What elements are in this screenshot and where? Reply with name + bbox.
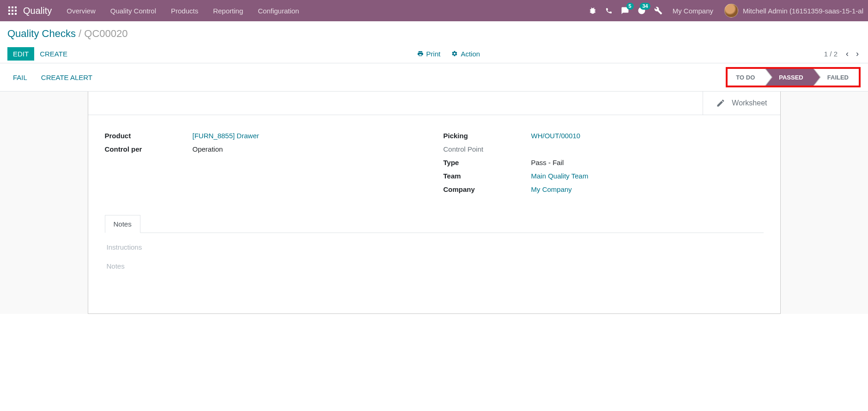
nav: Overview Quality Control Products Report…	[59, 0, 306, 21]
svg-rect-6	[8, 13, 10, 15]
product-label: Product	[105, 132, 193, 140]
user-menu[interactable]: Mitchell Admin (16151359-saas-15-1-al	[720, 4, 863, 18]
statusbar-highlighted: TO DO PASSED FAILED	[726, 67, 861, 87]
company-field-value[interactable]: My Company	[531, 185, 764, 193]
avatar	[724, 4, 738, 18]
create-alert-button[interactable]: Create Alert	[36, 71, 98, 84]
control-point-value	[531, 145, 764, 153]
svg-rect-3	[8, 10, 10, 12]
user-name: Mitchell Admin (16151359-saas-15-1-al	[743, 7, 863, 15]
worksheet-label: Worksheet	[732, 99, 767, 107]
control-panel: Quality Checks / QC00020 Edit Create Pri…	[0, 21, 868, 63]
app-brand[interactable]: Quality	[20, 6, 59, 16]
action-dropdown[interactable]: Action	[451, 50, 480, 58]
phone-icon[interactable]	[605, 7, 613, 14]
picking-label: Picking	[443, 132, 531, 140]
tab-notes[interactable]: Notes	[105, 215, 140, 233]
create-button[interactable]: Create	[34, 47, 73, 61]
edit-button[interactable]: Edit	[7, 47, 34, 61]
control-point-label: Control Point	[443, 145, 531, 153]
instructions-placeholder: Instructions	[107, 243, 762, 251]
print-dropdown[interactable]: Print	[417, 50, 441, 58]
svg-rect-7	[12, 13, 13, 15]
messages-icon[interactable]: 5	[621, 6, 629, 15]
notes-placeholder: Notes	[107, 262, 762, 270]
control-per-label: Control per	[105, 145, 193, 153]
messages-badge: 5	[626, 3, 634, 10]
topbar: Quality Overview Quality Control Product…	[0, 0, 868, 21]
pager[interactable]: 1 / 2	[824, 50, 838, 58]
fail-button[interactable]: Fail	[7, 71, 33, 84]
product-value[interactable]: [FURN_8855] Drawer	[193, 132, 425, 140]
pencil-icon	[716, 98, 725, 108]
button-box: Worksheet	[88, 91, 780, 115]
nav-reporting[interactable]: Reporting	[206, 0, 250, 21]
statusbar: TO DO PASSED FAILED	[728, 69, 859, 86]
systray: 5 34	[589, 6, 666, 15]
tab-notes-content: Instructions Notes	[105, 233, 764, 309]
status-todo[interactable]: TO DO	[728, 69, 765, 86]
svg-rect-4	[12, 10, 13, 12]
breadcrumb: Quality Checks / QC00020	[7, 28, 861, 40]
tools-icon[interactable]	[654, 6, 662, 15]
apps-icon[interactable]	[5, 6, 20, 15]
breadcrumb-sep: /	[79, 28, 84, 39]
team-value[interactable]: Main Quality Team	[531, 172, 764, 180]
team-label: Team	[443, 172, 531, 180]
status-row: Fail Create Alert TO DO PASSED FAILED	[0, 63, 868, 92]
nav-overview[interactable]: Overview	[59, 0, 103, 21]
type-value: Pass - Fail	[531, 159, 764, 166]
pager-next-icon[interactable]: ›	[854, 47, 861, 61]
form-sheet: Worksheet Product [FURN_8855] Drawer Con…	[88, 91, 781, 314]
print-label: Print	[426, 50, 441, 58]
pager-prev-icon[interactable]: ‹	[844, 47, 850, 61]
debug-icon[interactable]	[589, 6, 597, 15]
worksheet-button[interactable]: Worksheet	[703, 91, 780, 115]
svg-rect-0	[8, 6, 10, 8]
svg-rect-8	[15, 13, 17, 15]
nav-products[interactable]: Products	[164, 0, 206, 21]
nav-configuration[interactable]: Configuration	[250, 0, 306, 21]
type-label: Type	[443, 159, 531, 166]
activities-badge: 34	[640, 3, 650, 10]
svg-rect-1	[12, 6, 13, 8]
picking-value[interactable]: WH/OUT/00010	[531, 132, 764, 140]
breadcrumb-current: QC00020	[84, 28, 127, 39]
activities-icon[interactable]: 34	[637, 6, 646, 15]
svg-rect-2	[15, 6, 17, 8]
action-label: Action	[461, 50, 480, 58]
svg-rect-5	[15, 10, 17, 12]
company-switcher[interactable]: My Company	[666, 7, 720, 15]
breadcrumb-parent[interactable]: Quality Checks	[7, 28, 76, 39]
company-field-label: Company	[443, 185, 531, 193]
nav-quality-control[interactable]: Quality Control	[103, 0, 164, 21]
control-per-value: Operation	[193, 145, 425, 153]
